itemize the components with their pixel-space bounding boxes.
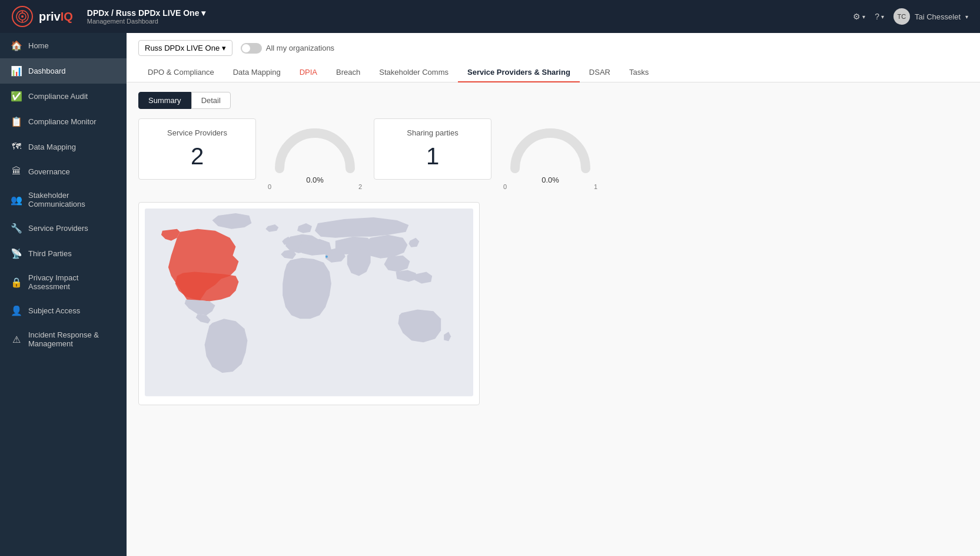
subject-access-icon: 👤 xyxy=(11,305,22,316)
avatar: TC xyxy=(893,8,910,25)
tab-dsar[interactable]: DSAR xyxy=(580,63,620,82)
compliance-audit-icon: ✅ xyxy=(11,91,22,102)
sidebar-item-third-parties[interactable]: 📡 Third Parties xyxy=(0,241,127,266)
help-icon: ? xyxy=(875,12,879,21)
sidebar-label-third-parties: Third Parties xyxy=(28,249,72,258)
main-layout: 🏠 Home 📊 Dashboard ✅ Compliance Audit 📋 … xyxy=(0,33,980,556)
world-map xyxy=(145,208,473,396)
breadcrumb-sub: Management Dashboard xyxy=(87,18,206,25)
toggle-knob xyxy=(242,44,250,52)
user-area[interactable]: TC Tai Chesselet ▾ xyxy=(893,8,968,25)
content-body: Summary Detail Service Providers 2 0.0% … xyxy=(127,82,980,556)
stat-card-title-0: Service Providers xyxy=(151,128,244,137)
tab-dpia[interactable]: DPIA xyxy=(290,63,327,82)
toggle-area: All my organizations xyxy=(241,43,334,54)
tab-data-mapping[interactable]: Data Mapping xyxy=(224,63,290,82)
stats-row: Service Providers 2 0.0% 0 2 Sharing par… xyxy=(138,118,968,190)
logo-icon xyxy=(12,6,33,27)
service-providers-icon: 🔧 xyxy=(11,223,22,234)
tab-stakeholder[interactable]: Stakeholder Comms xyxy=(370,63,458,82)
view-toggle: Summary Detail xyxy=(138,92,968,109)
gauge-wrap-1 xyxy=(503,124,597,174)
gauge-min-0: 0 xyxy=(268,183,271,190)
incident-response-icon: ⚠ xyxy=(11,334,22,345)
sidebar-label-home: Home xyxy=(28,41,49,50)
sidebar-label-stakeholder-comms: Stakeholder Communications xyxy=(28,191,116,208)
tab-service-providers-sharing[interactable]: Service Providers & Sharing xyxy=(458,63,580,82)
privacy-impact-icon: 🔒 xyxy=(11,277,22,288)
governance-icon: 🏛 xyxy=(11,166,22,177)
sidebar-item-stakeholder-comms[interactable]: 👥 Stakeholder Communications xyxy=(0,184,127,216)
sidebar: 🏠 Home 📊 Dashboard ✅ Compliance Audit 📋 … xyxy=(0,33,127,556)
sidebar-label-compliance-monitor: Compliance Monitor xyxy=(28,117,97,126)
compliance-monitor-icon: 📋 xyxy=(11,116,22,127)
sidebar-label-compliance-audit: Compliance Audit xyxy=(28,92,88,101)
gauge-max-0: 2 xyxy=(358,183,362,190)
sidebar-item-compliance-monitor[interactable]: 📋 Compliance Monitor xyxy=(0,109,127,134)
top-header: privIQ DPDx / Russ DPDx LIVE One ▾ Manag… xyxy=(0,0,980,33)
user-name: Tai Chesselet xyxy=(915,12,961,21)
gauge-svg-1 xyxy=(503,124,597,174)
org-dropdown[interactable]: Russ DPDx LIVE One ▾ xyxy=(138,40,232,56)
svg-point-6 xyxy=(325,256,328,258)
sidebar-item-incident-response[interactable]: ⚠ Incident Response & Management xyxy=(0,323,127,355)
sidebar-item-privacy-impact[interactable]: 🔒 Privacy Impact Assessment xyxy=(0,266,127,298)
dashboard-icon: 📊 xyxy=(11,65,22,77)
sidebar-label-governance: Governance xyxy=(28,167,70,176)
tab-breach[interactable]: Breach xyxy=(327,63,370,82)
tab-tasks[interactable]: Tasks xyxy=(620,63,658,82)
gear-button[interactable]: ⚙ ▾ xyxy=(853,12,865,21)
breadcrumb-area: DPDx / Russ DPDx LIVE One ▾ Management D… xyxy=(87,8,206,25)
tabs-bar: DPO & ComplianceData MappingDPIABreachSt… xyxy=(138,63,968,82)
sidebar-item-subject-access[interactable]: 👤 Subject Access xyxy=(0,298,127,323)
stat-card-1: Sharing parties 1 xyxy=(374,118,491,180)
sidebar-label-dashboard: Dashboard xyxy=(28,67,66,75)
gauge-wrap-0 xyxy=(268,124,362,174)
sidebar-item-data-mapping[interactable]: 🗺 Data Mapping xyxy=(0,134,127,159)
sidebar-item-dashboard[interactable]: 📊 Dashboard xyxy=(0,58,127,84)
all-orgs-toggle[interactable] xyxy=(241,43,262,54)
sidebar-item-home[interactable]: 🏠 Home xyxy=(0,33,127,58)
svg-point-2 xyxy=(21,15,24,18)
gauge-svg-0 xyxy=(268,124,362,174)
tab-dpo[interactable]: DPO & Compliance xyxy=(138,63,224,82)
data-mapping-icon: 🗺 xyxy=(11,141,22,152)
user-dropdown-arrow: ▾ xyxy=(965,14,968,20)
gear-icon: ⚙ xyxy=(853,12,861,21)
stakeholder-comms-icon: 👥 xyxy=(11,194,22,206)
gauge-min-1: 0 xyxy=(503,183,507,190)
logo-area: privIQ DPDx / Russ DPDx LIVE One ▾ Manag… xyxy=(12,6,205,27)
toggle-label: All my organizations xyxy=(266,44,334,52)
content-area: Russ DPDx LIVE One ▾ All my organization… xyxy=(127,33,980,556)
sidebar-label-incident-response: Incident Response & Management xyxy=(28,330,116,348)
detail-button[interactable]: Detail xyxy=(191,92,231,109)
sidebar-item-governance[interactable]: 🏛 Governance xyxy=(0,159,127,184)
stat-card-0: Service Providers 2 xyxy=(138,118,256,180)
org-dropdown-label: Russ DPDx LIVE One ▾ xyxy=(145,44,226,52)
gauge-range-1: 0 1 xyxy=(503,183,597,190)
stat-card-title-1: Sharing parties xyxy=(386,128,479,137)
gauge-max-1: 1 xyxy=(594,183,597,190)
gauge-range-0: 0 2 xyxy=(268,183,362,190)
sidebar-label-service-providers: Service Providers xyxy=(28,224,88,233)
logo-text: privIQ xyxy=(39,10,73,24)
sidebar-item-compliance-audit[interactable]: ✅ Compliance Audit xyxy=(0,84,127,109)
header-right: ⚙ ▾ ? ▾ TC Tai Chesselet ▾ xyxy=(853,8,968,25)
stat-card-value-1: 1 xyxy=(386,143,479,170)
help-dropdown-arrow: ▾ xyxy=(881,14,884,20)
summary-button[interactable]: Summary xyxy=(138,92,191,109)
gauge-0: 0.0% 0 2 xyxy=(268,118,362,190)
sidebar-label-subject-access: Subject Access xyxy=(28,306,80,315)
help-button[interactable]: ? ▾ xyxy=(875,12,884,21)
breadcrumb-title: DPDx / Russ DPDx LIVE One ▾ xyxy=(87,8,206,18)
stat-card-value-0: 2 xyxy=(151,143,244,170)
content-top: Russ DPDx LIVE One ▾ All my organization… xyxy=(127,33,980,82)
third-parties-icon: 📡 xyxy=(11,248,22,259)
sidebar-item-service-providers[interactable]: 🔧 Service Providers xyxy=(0,216,127,241)
sidebar-label-data-mapping: Data Mapping xyxy=(28,143,76,151)
home-icon: 🏠 xyxy=(11,40,22,51)
org-bar: Russ DPDx LIVE One ▾ All my organization… xyxy=(138,40,968,56)
gear-dropdown-arrow: ▾ xyxy=(862,14,865,20)
sidebar-label-privacy-impact: Privacy Impact Assessment xyxy=(28,273,116,291)
map-container xyxy=(138,202,480,405)
